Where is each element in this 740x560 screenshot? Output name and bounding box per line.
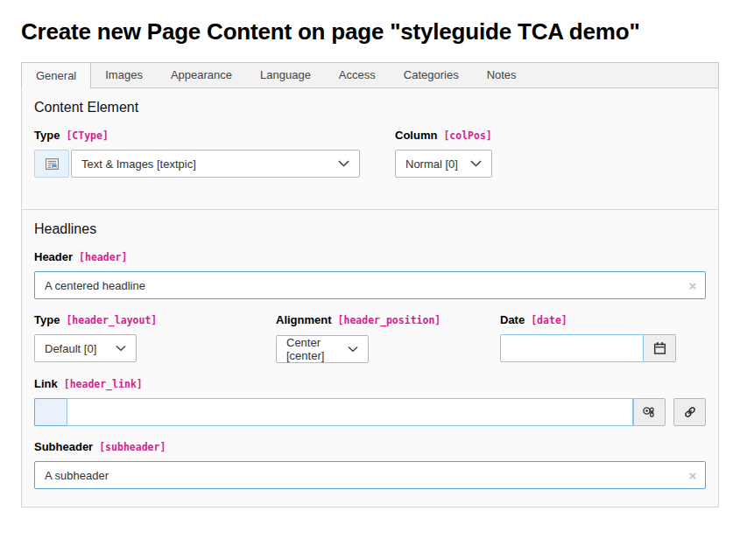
header-layout-select-value: Default [0] xyxy=(45,342,96,355)
textpic-icon xyxy=(34,150,69,178)
tab-notes[interactable]: Notes xyxy=(473,62,531,88)
field-date: Date [date] xyxy=(500,313,706,363)
header-position-select-value: Center [center] xyxy=(286,336,335,362)
tca-key: [CType] xyxy=(66,130,108,142)
field-label-header-position: Alignment [header_position] xyxy=(276,313,500,326)
page-title: Create new Page Content on page "stylegu… xyxy=(21,18,719,46)
date-input[interactable] xyxy=(500,334,644,362)
label-text: Column xyxy=(395,129,437,142)
preview-link-icon xyxy=(642,405,657,419)
label-text: Alignment xyxy=(276,313,332,326)
field-label-header-link: Link [header_link] xyxy=(34,377,706,390)
field-label-subheader: Subheader [subheader] xyxy=(34,440,706,453)
section-content-element: Content Element Type [CType] xyxy=(22,88,718,209)
tab-categories[interactable]: Categories xyxy=(390,62,473,88)
ctype-select[interactable]: Text & Images [textpic] xyxy=(71,150,360,178)
tca-key: [colPos] xyxy=(443,130,491,142)
tab-appearance[interactable]: Appearance xyxy=(157,62,246,88)
tca-key: [subheader] xyxy=(99,441,166,453)
tab-language[interactable]: Language xyxy=(246,62,325,88)
tca-key: [header_link] xyxy=(64,378,143,390)
clear-icon[interactable]: × xyxy=(680,461,706,489)
link-browser-button[interactable] xyxy=(673,398,706,426)
field-header: Header [header] × xyxy=(34,250,706,299)
field-colpos: Column [colPos] Normal [0] xyxy=(395,129,492,192)
field-label-date: Date [date] xyxy=(500,313,706,326)
tca-key: [header] xyxy=(79,251,127,263)
field-label-header-layout: Type [header_layout] xyxy=(34,313,276,326)
colpos-select-value: Normal [0] xyxy=(405,158,458,171)
header-layout-select[interactable]: Default [0] xyxy=(34,334,137,362)
form-panel: Content Element Type [CType] xyxy=(21,88,719,508)
tab-general[interactable]: General xyxy=(21,62,91,89)
colpos-select[interactable]: Normal [0] xyxy=(395,150,492,178)
label-text: Link xyxy=(34,377,58,390)
section-headlines: Headlines Header [header] × Type [header… xyxy=(22,209,718,507)
field-header-link: Link [header_link] xyxy=(34,377,706,426)
chevron-down-icon xyxy=(348,346,358,353)
calendar-icon xyxy=(653,341,666,355)
tca-key: [header_position] xyxy=(338,314,441,326)
date-picker-button[interactable] xyxy=(644,334,676,362)
header-input[interactable] xyxy=(34,271,706,299)
section-heading-headlines: Headlines xyxy=(34,221,706,237)
link-browser-icon xyxy=(683,405,697,419)
tab-access[interactable]: Access xyxy=(325,62,390,88)
label-text: Date xyxy=(500,313,525,326)
chevron-down-icon xyxy=(470,160,482,167)
tca-key: [header_layout] xyxy=(66,314,157,326)
label-text: Type xyxy=(34,129,60,142)
label-text: Header xyxy=(34,250,73,263)
field-ctype: Type [CType] xyxy=(34,129,395,178)
field-label-colpos: Column [colPos] xyxy=(395,129,492,142)
tab-bar: General Images Appearance Language Acces… xyxy=(21,62,719,88)
field-label-header: Header [header] xyxy=(34,250,706,263)
field-label-ctype: Type [CType] xyxy=(34,129,395,142)
field-header-layout: Type [header_layout] Default [0] xyxy=(34,313,276,363)
label-text: Type xyxy=(34,313,60,326)
header-position-select[interactable]: Center [center] xyxy=(276,335,369,363)
chevron-down-icon xyxy=(338,160,349,167)
subheader-input[interactable] xyxy=(34,461,706,489)
ctype-select-value: Text & Images [textpic] xyxy=(81,158,196,171)
link-icon-placeholder xyxy=(34,398,67,426)
tab-images[interactable]: Images xyxy=(91,62,157,88)
field-header-position: Alignment [header_position] Center [cent… xyxy=(276,313,500,363)
header-link-input[interactable] xyxy=(67,398,633,426)
field-subheader: Subheader [subheader] × xyxy=(34,440,706,489)
clear-icon[interactable]: × xyxy=(680,271,706,299)
link-explanation-toggle-button[interactable] xyxy=(633,398,666,426)
section-heading-content-element: Content Element xyxy=(34,100,706,116)
label-text: Subheader xyxy=(34,440,93,453)
tca-key: [date] xyxy=(531,314,567,326)
chevron-down-icon xyxy=(116,345,126,352)
